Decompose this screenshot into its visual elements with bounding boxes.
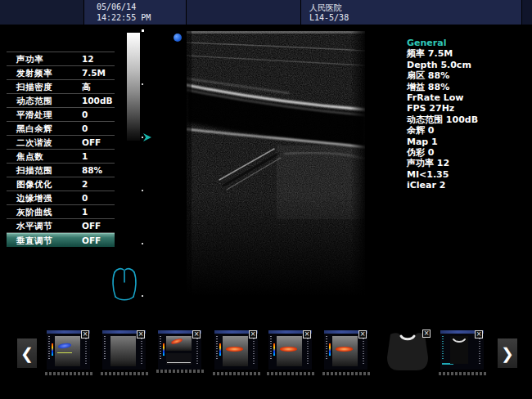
depth-tick [142,295,143,297]
thumbnail[interactable]: × [324,330,367,370]
thumb-left-text [104,336,106,361]
depth-tick [142,243,143,244]
info-mi: MI<1.35 [407,169,530,180]
close-icon[interactable]: × [192,330,201,338]
param-row-acoustic-power[interactable]: 声功率12 [7,52,115,66]
thumb-left-text [326,336,327,361]
date-text: 05/06/14 [97,2,136,11]
thumb-right-text [85,336,87,364]
info-gain: 增益 88% [407,82,530,92]
close-icon[interactable]: × [358,330,367,338]
depth-tick [142,190,143,191]
thumb-right-text [479,336,480,364]
thumbnail[interactable]: × [440,330,484,370]
ultrasound-app-screen: 05/06/14 14:22:55 PM 人民医院 L14-5/38 声功率12… [0,0,532,399]
close-icon[interactable]: × [249,330,257,338]
thumb-caption [439,372,486,375]
thumb-caption [322,372,370,375]
thumbnail[interactable]: × [47,330,90,370]
info-iclear: iClear 2 [407,180,530,191]
depth-tick [142,29,144,32]
thumb-image [55,336,80,366]
close-icon[interactable]: × [475,330,483,338]
info-acoustic-power: 声功率 12 [407,158,530,168]
thumb-image [110,336,136,366]
thumb-right-text [363,336,364,364]
thumbnail[interactable]: × [384,330,431,372]
topbar-middle-segment [187,0,300,25]
param-row-tx-frequency[interactable]: 发射频率7.5M [7,66,115,80]
focus-marker-icon[interactable] [143,133,151,141]
body-mark-icon[interactable] [109,263,140,303]
thumb-right-text [196,336,198,364]
depth-tick [142,83,143,85]
prev-thumbnails-button[interactable]: ❮ [17,338,37,368]
thumb-left-text [160,336,161,361]
time-text: 14:22:55 PM [97,13,151,22]
parameter-list: 声功率12 发射频率7.5M 扫描密度高 动态范围100dB 平滑处理0 黑白余… [7,52,115,247]
close-icon[interactable]: × [303,330,311,338]
info-pseudocolor: 伪彩 0 [407,147,530,158]
topbar-left-segment [0,0,83,25]
topbar-right-segment [522,0,532,25]
info-framerate: FrRate Low [407,92,530,103]
topbar-hospital: 人民医院 L14-5/38 [301,0,521,25]
thumb-image [277,336,302,366]
info-map: Map 1 [407,137,530,147]
param-row-bw-persistence[interactable]: 黑白余辉0 [7,122,115,136]
thumb-colorbar [329,343,331,356]
thumb-right-text [253,336,255,364]
close-icon[interactable]: × [422,330,431,338]
info-persistence: 余辉 0 [407,125,530,136]
thumbnail[interactable]: × [214,330,258,370]
param-row-harmonic[interactable]: 二次谐波OFF [7,136,115,150]
thumb-left-text [270,336,272,361]
thumb-image [332,336,358,366]
probe-model: L14-5/38 [309,13,349,22]
thumb-colorbar [163,343,165,356]
info-sector: 扇区 88% [407,70,530,81]
grayscale-bar [127,33,140,141]
info-fps: FPS 27Hz [407,103,530,114]
thumb-caption [101,372,148,375]
probe-orientation-marker-icon [174,34,182,42]
thumbnail[interactable]: × [102,330,146,370]
thumb-caption [45,372,92,375]
close-icon[interactable]: × [137,330,145,338]
close-icon[interactable]: × [81,330,89,338]
info-dynamic-range: 动态范围 100dB [407,114,530,125]
ultrasound-image[interactable] [187,31,365,296]
param-row-scan-density[interactable]: 扫描密度高 [7,80,115,94]
thumbnail[interactable]: × [268,330,312,370]
param-row-image-optimize[interactable]: 图像优化2 [7,177,115,191]
param-row-smoothing[interactable]: 平滑处理0 [7,108,115,122]
next-thumbnails-button[interactable]: ❯ [498,338,517,368]
thumb-image [166,336,192,351]
hospital-name: 人民医院 [309,2,342,14]
param-row-scan-range[interactable]: 扫描范围88% [7,164,115,177]
thumb-spectral-trace [166,353,192,365]
param-row-vertical-adjust-selected[interactable]: 垂直调节OFF [7,233,115,247]
thumb-left-text [216,336,218,361]
param-row-edge-enhance[interactable]: 边缘增强0 [7,191,115,205]
thumb-left-text [442,336,444,361]
thumb-left-text [48,336,50,361]
param-row-horizontal-adjust[interactable]: 水平调节OFF [7,219,115,233]
depth-tick [142,137,143,138]
thumbnail[interactable]: × [158,330,201,370]
thumb-right-text [141,336,142,364]
thumb-caption [267,372,314,375]
param-row-dynamic-range[interactable]: 动态范围100dB [7,94,115,108]
thumb-colorbar [52,343,53,356]
param-row-focus-number[interactable]: 焦点数1 [7,150,115,164]
thumb-right-text [307,336,309,364]
thumb-colorbar [219,343,221,356]
info-depth: Depth 5.0cm [407,60,530,70]
thumb-colorbar [273,343,275,356]
param-row-gray-curve[interactable]: 灰阶曲线1 [7,205,115,219]
image-info-panel: General 频率 7.5M Depth 5.0cm 扇区 88% 增益 88… [407,38,530,191]
thumb-image [223,336,248,366]
info-frequency: 频率 7.5M [407,48,530,59]
info-panel-title: General [407,38,530,48]
thumb-caption [213,372,260,375]
